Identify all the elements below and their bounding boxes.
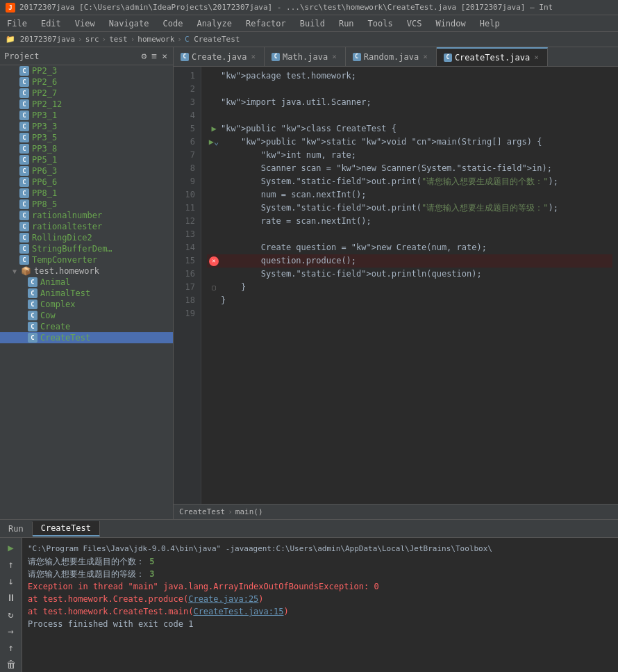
console-error-link[interactable]: CreateTest.java:15 xyxy=(193,607,283,616)
run-btn[interactable]: ▶ xyxy=(6,541,15,555)
tree-label: rationaltester xyxy=(32,222,102,231)
tab-createtest-java[interactable]: CCreateTest.java× xyxy=(437,47,548,66)
breadcrumb-bar: 📁 20172307java›src›test›homework›C Creat… xyxy=(0,32,618,47)
sidebar-toolbar: ⚙ ≡ × xyxy=(140,50,169,62)
sidebar-item-pp6-3[interactable]: CPP6_3 xyxy=(0,165,173,177)
down-btn[interactable]: ↓ xyxy=(6,574,15,588)
sidebar-item-create[interactable]: CCreate xyxy=(0,321,173,332)
sidebar-item-stringbufferdem-[interactable]: CStringBufferDem… xyxy=(0,243,173,254)
sidebar-item-rationaltester[interactable]: Crationaltester xyxy=(0,221,173,232)
tab-bar: CCreate.java×CMath.java×CRandom.java×CCr… xyxy=(174,47,618,67)
breadcrumb-item-homework[interactable]: homework xyxy=(137,35,174,44)
tab-label: Create.java xyxy=(192,52,247,62)
sidebar-item-pp2-7[interactable]: CPP2_7 xyxy=(0,88,173,99)
class-icon: C xyxy=(28,333,37,343)
sidebar-item-pp8-1[interactable]: CPP8_1 xyxy=(0,188,173,199)
bottom-tab-createtest[interactable]: CreateTest xyxy=(33,521,100,536)
sidebar-item-pp3-8[interactable]: CPP3_8 xyxy=(0,143,173,154)
menu-item-window[interactable]: Window xyxy=(428,15,472,31)
menu-item-analyze[interactable]: Analyze xyxy=(190,15,239,31)
menu-item-code[interactable]: Code xyxy=(156,15,190,31)
class-icon: C xyxy=(19,122,29,131)
sidebar-item-test-homework[interactable]: ▼📦test.homework xyxy=(0,265,173,277)
sidebar-item-rollingdice2[interactable]: CRollingDice2 xyxy=(0,232,173,243)
fold-icon[interactable]: ⌄ xyxy=(214,136,219,149)
line-number: 16 xyxy=(176,268,195,281)
sidebar-item-animaltest[interactable]: CAnimalTest xyxy=(0,288,173,299)
tree-label: PP2_3 xyxy=(32,66,57,76)
class-icon: C xyxy=(28,277,37,287)
expand-icon: ▼ xyxy=(11,268,18,275)
tab-close-btn[interactable]: × xyxy=(533,53,540,62)
sidebar-expand-icon[interactable]: ≡ xyxy=(150,50,158,62)
code-text: question.produce(); xyxy=(221,254,356,268)
code-line: } xyxy=(207,294,612,307)
console-error-link[interactable]: Create.java:25 xyxy=(188,594,258,604)
tree-label: test.homework xyxy=(34,266,99,276)
line-number: 2 xyxy=(176,83,195,96)
breadcrumb-item-createtest[interactable]: C CreateTest xyxy=(185,35,240,44)
menu-item-vcs[interactable]: VCS xyxy=(400,15,429,31)
tab-create-java[interactable]: CCreate.java× xyxy=(174,47,265,66)
menu-item-edit[interactable]: Edit xyxy=(34,15,68,31)
sidebar-item-cow[interactable]: CCow xyxy=(0,310,173,321)
console-error: at test.homework.CreateTest.main( xyxy=(28,607,193,616)
code-text: "kw">import java.util.Scanner; xyxy=(221,96,371,109)
step-btn[interactable]: → xyxy=(6,624,15,638)
tree-label: PP5_1 xyxy=(32,155,57,165)
sidebar-item-pp6-6[interactable]: CPP6_6 xyxy=(0,177,173,188)
tab-close-btn[interactable]: × xyxy=(421,52,429,61)
tab-math-java[interactable]: CMath.java× xyxy=(265,47,346,66)
package-icon: 📦 xyxy=(21,266,31,276)
line-number: 3 xyxy=(176,96,195,109)
sidebar-item-pp2-3[interactable]: CPP2_3 xyxy=(0,65,173,76)
nav-class: CreateTest xyxy=(179,507,225,516)
tab-close-btn[interactable]: × xyxy=(249,52,257,61)
tab-random-java[interactable]: CRandom.java× xyxy=(346,47,437,66)
menu-item-build[interactable]: Build xyxy=(293,15,332,31)
sidebar-close-icon[interactable]: × xyxy=(160,50,169,62)
sidebar-item-pp2-6[interactable]: CPP2_6 xyxy=(0,76,173,88)
scroll-up-btn[interactable]: ↑ xyxy=(6,641,15,655)
tree-label: Create xyxy=(40,322,70,331)
breadcrumb-item-src[interactable]: src xyxy=(85,35,99,44)
breadcrumb-item-test[interactable]: test xyxy=(109,35,128,44)
tab-close-btn[interactable]: × xyxy=(331,52,338,61)
sidebar-item-pp3-5[interactable]: CPP3_5 xyxy=(0,132,173,143)
up-btn[interactable]: ↑ xyxy=(6,557,15,571)
tab-class-icon: C xyxy=(272,53,280,61)
sidebar-item-pp3-3[interactable]: CPP3_3 xyxy=(0,121,173,132)
sidebar-item-tempconverter[interactable]: CTempConverter xyxy=(0,254,173,265)
code-content[interactable]: "kw">package test.homework;"kw">import j… xyxy=(201,67,618,504)
menu-item-help[interactable]: Help xyxy=(473,15,507,31)
menu-item-view[interactable]: View xyxy=(68,15,102,31)
tab-label: Math.java xyxy=(283,52,328,62)
fold-btn[interactable]: ▢ xyxy=(212,281,216,294)
sidebar-item-pp5-1[interactable]: CPP5_1 xyxy=(0,154,173,165)
sidebar-item-pp8-5[interactable]: CPP8_5 xyxy=(0,199,173,210)
sidebar-item-pp2-12[interactable]: CPP2_12 xyxy=(0,99,173,110)
pause-btn[interactable]: ⏸ xyxy=(5,591,17,605)
clear-btn[interactable]: 🗑 xyxy=(5,657,17,671)
sidebar-item-complex[interactable]: CComplex xyxy=(0,299,173,310)
tree-label: PP3_3 xyxy=(32,122,57,131)
code-line xyxy=(207,83,612,96)
menu-item-navigate[interactable]: Navigate xyxy=(102,15,156,31)
class-icon: C xyxy=(19,99,29,109)
menu-item-run[interactable]: Run xyxy=(332,15,361,31)
bottom-tab-run[interactable]: Run xyxy=(0,522,33,536)
reload-btn[interactable]: ↻ xyxy=(6,607,15,621)
breadcrumb-item-20172307java[interactable]: 📁 20172307java xyxy=(6,35,75,44)
sidebar-item-pp3-1[interactable]: CPP3_1 xyxy=(0,110,173,121)
sidebar-item-animal[interactable]: CAnimal xyxy=(0,277,173,288)
menu-item-refactor[interactable]: Refactor xyxy=(239,15,293,31)
sidebar-item-rationalnumber[interactable]: Crationalnumber xyxy=(0,210,173,221)
code-editor[interactable]: 12345678910111213141516171819 "kw">packa… xyxy=(174,67,618,504)
menu-item-tools[interactable]: Tools xyxy=(361,15,400,31)
sidebar-item-createtest[interactable]: CCreateTest xyxy=(0,332,173,343)
arrow-green-icon: ▶ xyxy=(209,136,214,149)
console-cmd: "C:\Program Files\Java\jdk-9.0.4\bin\jav… xyxy=(28,544,492,553)
sidebar-settings-icon[interactable]: ⚙ xyxy=(140,50,149,62)
menu-item-file[interactable]: File xyxy=(0,15,34,31)
code-line: Create question = "kw">new Create(num, r… xyxy=(207,241,612,254)
